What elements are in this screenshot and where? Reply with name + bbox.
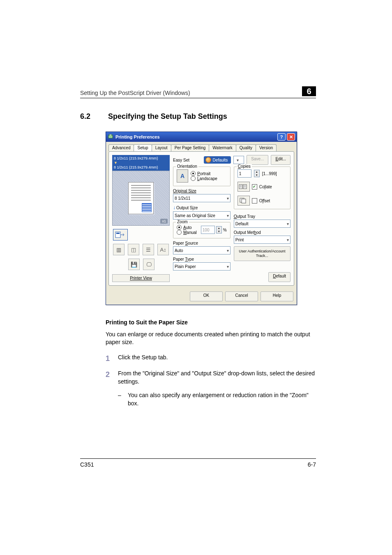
radio-zoom-manual[interactable]: Manual [177,230,197,235]
intro-paragraph: You can enlarge or reduce documents crea… [106,331,316,346]
output-tray-select[interactable]: Default ▾ [234,220,291,228]
zoom-group: Zoom Auto Manual 100 ▴▾ % [173,222,231,238]
output-size-select[interactable]: Same as Original Size ▾ [173,211,231,220]
paper-source-select[interactable]: Auto ▾ [173,246,231,254]
paper-type-value: Plain Paper [175,264,196,269]
radio-landscape[interactable]: Landscape [191,176,217,181]
dialog-titlebar[interactable]: Printing Preferences ? ✕ [106,132,297,142]
output-size-label: ↓Output Size [173,205,231,210]
easyset-dropdown[interactable] [233,156,244,164]
close-window-button[interactable]: ✕ [287,133,295,141]
printer-icon [108,134,113,140]
original-size-row: Original Size 8 1/2x11 ▾ [173,189,231,202]
edit-button[interactable]: Edit... [271,155,291,165]
user-auth-button[interactable]: User Authentication/Account Track... [234,246,291,261]
output-size-value: Same as Original Size [175,213,215,218]
copies-range: [1...999] [262,171,277,176]
preview-pane: 8 1/2x11 (215.9x279.4mm) ▼ 8 1/2x11 (215… [112,155,170,282]
zoom-spinner[interactable]: ▴▾ [216,226,222,234]
output-method-value: Print [235,238,244,242]
output-tray-row: Output Tray Default ▾ [234,214,291,228]
screenshot-figure: Printing Preferences ? ✕ Advanced Setup … [106,132,316,305]
output-size-row: ↓Output Size Same as Original Size ▾ [173,205,231,220]
step-1-text: Click the Setup tab. [118,354,316,364]
section-title: Specifying the Setup Tab Settings [108,112,227,121]
dialog-printing-preferences: Printing Preferences ? ✕ Advanced Setup … [106,132,297,305]
running-title: Setting Up the PostScript Driver (Window… [80,90,190,96]
output-method-label: Output Method [234,230,291,235]
svg-rect-7 [242,199,246,203]
tab-advanced[interactable]: Advanced [108,144,134,151]
footer-page: 6-7 [308,461,316,468]
default-button[interactable]: Default [268,272,291,282]
output-tray-value: Default [235,222,249,226]
paper-type-label: Paper Type [173,257,231,261]
paper-type-select[interactable]: Plain Paper ▾ [173,262,231,271]
step-2-text: From the "Original Size" and "Output Siz… [118,370,316,386]
preview-header: 8 1/2x11 (215.9x279.4mm) ▼ 8 1/2x11 (215… [112,155,170,171]
footer-model: C351 [80,461,94,468]
tab-quality[interactable]: Quality [236,144,256,151]
copies-group: Copies 1 ▴▾ [1...999] ✔ Collate [234,166,291,209]
step-2-number: 2 [106,370,118,386]
orientation-caption: Orientation [176,164,198,169]
option-icon-1[interactable]: ▥ [113,244,125,255]
radio-portrait[interactable]: Portrait [191,171,217,176]
cancel-button[interactable]: Cancel [225,291,258,301]
svg-rect-5 [243,185,247,189]
substep-text: You can also specify any enlargement or … [128,391,316,407]
output-method-row: Output Method Print ▾ [234,230,291,244]
option-icon-2[interactable]: ◫ [128,244,139,255]
tab-perpage[interactable]: Per Page Setting [171,144,210,151]
easyset-defaults-text: Defaults [213,158,228,162]
original-size-label: Original Size [173,189,231,193]
step-1-number: 1 [106,354,118,364]
original-size-value: 8 1/2x11 [175,196,190,201]
option-icon-3[interactable]: ☰ [143,244,154,255]
easyset-defaults-pill[interactable]: Defaults [204,156,231,164]
offset-icon [238,196,250,206]
chapter-number-box: 6 [302,86,316,96]
dialog-title: Printing Preferences [115,134,160,139]
collate-icon [238,182,250,192]
svg-rect-4 [239,185,242,189]
sun-icon [205,157,211,163]
preview-size-line1: 8 1/2x11 (215.9x279.4mm) [114,156,168,161]
paper-source-row: Paper Source Auto ▾ [173,241,231,254]
option-icon-6[interactable]: 🖵 [143,259,154,270]
offset-checkbox[interactable] [252,198,257,204]
output-method-select[interactable]: Print ▾ [234,236,291,244]
substep-dash: – [118,391,128,407]
svg-rect-3 [116,233,120,234]
copies-caption: Copies [237,164,252,169]
zoom-percent: % [223,228,227,232]
easyset-label: Easy Set [173,158,189,162]
orientation-icon: A [177,169,188,183]
radio-zoom-auto[interactable]: Auto [177,225,197,230]
zoom-caption: Zoom [176,220,189,224]
tab-layout[interactable]: Layout [152,144,171,151]
option-icon-5[interactable]: 💾 [128,259,140,270]
collate-checkbox[interactable]: ✔ [252,184,257,190]
zoom-value-input[interactable]: 100 [201,226,215,234]
tab-setup[interactable]: Setup [134,144,152,151]
option-icon-4[interactable]: A↕ [157,244,169,255]
preview-size-line2: 8 1/2x11 (215.9x279.4mm) [114,165,168,170]
tab-version[interactable]: Version [256,144,277,151]
help-button[interactable]: Help [261,291,293,301]
paper-type-row: Paper Type Plain Paper ▾ [173,257,231,271]
original-size-select[interactable]: 8 1/2x11 ▾ [173,194,231,202]
section-number: 6.2 [80,112,99,121]
save-button[interactable]: Save... [247,155,268,165]
copies-spinner[interactable]: ▴▾ [254,170,260,177]
help-window-button[interactable]: ? [277,133,286,141]
zoom-badge: x1 [160,219,168,224]
orientation-group: Orientation A Portrait Landscape [173,166,231,186]
paper-source-label: Paper Source [173,241,231,245]
tab-watermark[interactable]: Watermark [209,144,236,151]
printer-view-button[interactable]: Printer View [112,274,170,282]
layout-indicator-icon[interactable] [113,229,128,240]
offset-label: Offset [259,199,270,203]
ok-button[interactable]: OK [190,291,223,301]
copies-input[interactable]: 1 [238,169,251,178]
